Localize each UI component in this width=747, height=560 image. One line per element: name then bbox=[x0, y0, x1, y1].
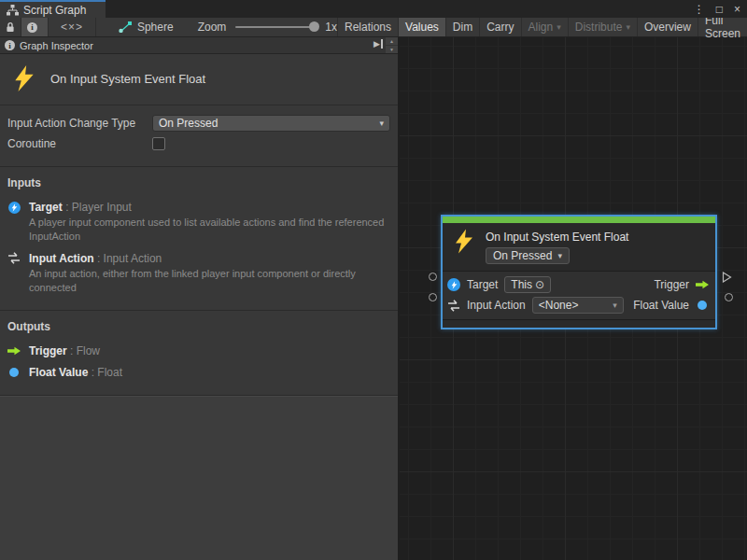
event-color-bar bbox=[443, 217, 715, 223]
coroutine-checkbox[interactable] bbox=[152, 137, 165, 150]
output-port-float-value: Float Value : Float bbox=[7, 366, 390, 379]
graph-owner-label: Sphere bbox=[137, 21, 174, 34]
object-picker-icon: ⊙ bbox=[535, 278, 544, 291]
lightning-bolt-icon bbox=[13, 65, 35, 91]
maximize-icon[interactable]: □ bbox=[716, 4, 723, 15]
chevron-down-icon: ▾ bbox=[613, 301, 617, 310]
zoom-label: Zoom bbox=[198, 21, 227, 34]
input-port-target: Target : Player Input bbox=[7, 201, 390, 214]
player-input-icon bbox=[7, 201, 21, 214]
port-label-trigger: Trigger bbox=[654, 278, 689, 291]
port-description: An input action, either from the linked … bbox=[29, 267, 390, 295]
chevron-down-icon: ▾ bbox=[557, 251, 562, 260]
flow-arrow-icon bbox=[7, 344, 21, 357]
inputs-section: Inputs Target : Player Input A player in… bbox=[0, 167, 398, 311]
carry-button[interactable]: Carry bbox=[479, 18, 520, 36]
menu-icon[interactable]: ⋮ bbox=[694, 4, 705, 15]
node-settings: Input Action Change Type On Pressed ▾ Co… bbox=[0, 105, 398, 167]
node-title: On Input System Event Float bbox=[486, 231, 628, 244]
node-row-inputaction-floatvalue: Input Action <None> ▾ Float Value bbox=[447, 295, 709, 315]
script-graph-window: Script Graph ⋮ □ × i <×> Sphere bbox=[0, 0, 747, 560]
panel-scroll-spinner: ▲ ▼ bbox=[386, 37, 398, 53]
info-icon: i bbox=[5, 40, 15, 50]
change-type-dropdown[interactable]: On Pressed ▾ bbox=[152, 115, 390, 132]
port-label-target: Target bbox=[467, 278, 498, 291]
node-header[interactable]: On Input System Event Float On Pressed ▾ bbox=[443, 223, 715, 271]
node-inspector-title-block: On Input System Event Float bbox=[0, 54, 398, 105]
node-event-dropdown[interactable]: On Pressed ▾ bbox=[486, 247, 570, 264]
overview-button[interactable]: Overview bbox=[637, 18, 698, 36]
graph-canvas[interactable]: On Input System Event Float On Pressed ▾ bbox=[400, 37, 747, 560]
scroll-up-button[interactable]: ▲ bbox=[386, 37, 398, 45]
player-input-icon bbox=[447, 278, 460, 291]
output-port-trigger-socket[interactable] bbox=[722, 272, 732, 283]
change-type-label: Input Action Change Type bbox=[7, 117, 152, 130]
port-label-input-action: Input Action bbox=[467, 299, 526, 312]
sphere-icon bbox=[119, 21, 132, 33]
port-description: A player input component used to list av… bbox=[29, 216, 390, 244]
zoom-control: Zoom 1x bbox=[198, 18, 337, 36]
close-icon[interactable]: × bbox=[734, 4, 740, 15]
inspector-toggle-button[interactable]: i bbox=[21, 18, 49, 36]
zoom-slider-handle[interactable] bbox=[309, 21, 319, 32]
graph-owner-breadcrumb[interactable]: Sphere bbox=[119, 18, 174, 36]
input-action-icon bbox=[447, 299, 460, 312]
values-button[interactable]: Values bbox=[398, 18, 445, 36]
graph-inspector-panel: i Graph Inspector ▶ ▲ ▼ On Input System … bbox=[0, 37, 400, 560]
port-label-float-value: Float Value bbox=[633, 299, 689, 312]
tab-bar: Script Graph ⋮ □ × bbox=[0, 0, 747, 18]
inspector-empty-area bbox=[0, 396, 398, 560]
script-graph-icon bbox=[7, 5, 19, 16]
output-port-trigger: Trigger : Flow bbox=[7, 344, 390, 357]
lock-button[interactable] bbox=[0, 18, 21, 36]
code-view-button[interactable]: <×> bbox=[49, 18, 96, 36]
tab-label: Script Graph bbox=[23, 4, 86, 17]
zoom-value: 1x bbox=[325, 21, 337, 34]
node-row-target-trigger: Target This ⊙ Trigger bbox=[447, 274, 709, 295]
dim-button[interactable]: Dim bbox=[445, 18, 479, 36]
input-port-inputaction-socket[interactable] bbox=[429, 293, 437, 301]
coroutine-field: Coroutine bbox=[7, 134, 390, 153]
input-port-input-action: Input Action : Input Action bbox=[7, 252, 390, 265]
outputs-header: Outputs bbox=[7, 320, 390, 333]
outputs-section: Outputs Trigger : Flow Float Val bbox=[0, 311, 398, 396]
graph-toolbar: i <×> Sphere Zoom 1x Relations Values Di… bbox=[0, 18, 747, 37]
main-area: i Graph Inspector ▶ ▲ ▼ On Input System … bbox=[0, 37, 747, 560]
chevron-down-icon: ▾ bbox=[379, 119, 384, 128]
graph-inspector-title: Graph Inspector bbox=[20, 40, 93, 51]
distribute-dropdown[interactable]: Distribute ▾ bbox=[568, 18, 637, 36]
code-icon: <×> bbox=[61, 21, 83, 34]
inputs-header: Inputs bbox=[7, 176, 390, 189]
window-controls: ⋮ □ × bbox=[694, 0, 740, 18]
inspected-node-title: On Input System Event Float bbox=[50, 72, 205, 86]
scroll-down-button[interactable]: ▼ bbox=[386, 46, 398, 53]
lightning-bolt-icon bbox=[454, 229, 474, 254]
dock-panel-icon[interactable]: ▶ bbox=[374, 39, 383, 49]
output-port-floatvalue-socket[interactable] bbox=[725, 293, 733, 301]
toolbar-right-buttons: Relations Values Dim Carry Align ▾ Distr… bbox=[337, 18, 747, 36]
input-port-target-socket[interactable] bbox=[429, 273, 437, 281]
tab-script-graph[interactable]: Script Graph bbox=[0, 0, 106, 18]
node-footer bbox=[443, 319, 715, 328]
input-action-icon bbox=[7, 252, 21, 265]
change-type-field: Input Action Change Type On Pressed ▾ bbox=[7, 114, 390, 133]
node-body: Target This ⊙ Trigger bbox=[443, 271, 715, 319]
info-icon: i bbox=[27, 22, 37, 33]
target-object-picker[interactable]: This ⊙ bbox=[504, 276, 551, 293]
float-value-icon bbox=[7, 366, 21, 379]
fullscreen-button[interactable]: Full Screen bbox=[698, 18, 747, 36]
node-on-input-system-event-float[interactable]: On Input System Event Float On Pressed ▾ bbox=[441, 215, 717, 329]
zoom-slider[interactable] bbox=[235, 26, 317, 28]
lock-icon bbox=[6, 21, 15, 33]
float-value-icon bbox=[698, 301, 707, 310]
flow-arrow-icon bbox=[696, 278, 709, 291]
chevron-down-icon: ▾ bbox=[557, 22, 561, 32]
graph-inspector-header: i Graph Inspector ▶ ▲ ▼ bbox=[0, 37, 398, 54]
align-dropdown[interactable]: Align ▾ bbox=[521, 18, 568, 36]
chevron-down-icon: ▾ bbox=[626, 22, 630, 32]
coroutine-label: Coroutine bbox=[7, 137, 152, 150]
relations-button[interactable]: Relations bbox=[337, 18, 398, 36]
input-action-dropdown[interactable]: <None> ▾ bbox=[532, 297, 624, 314]
